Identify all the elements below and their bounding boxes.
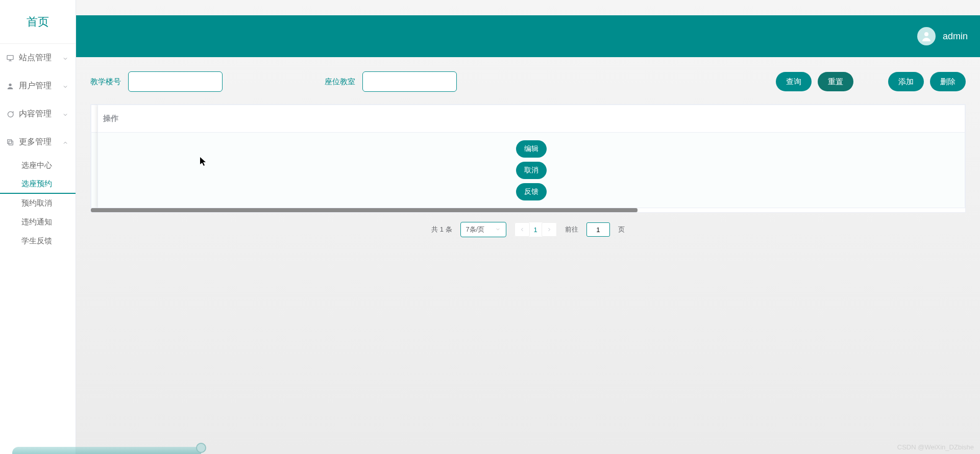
sidebar: 首页 站点管理 用户管理 [0, 0, 76, 454]
chevron-down-icon [62, 111, 69, 118]
horizontal-scrollbar[interactable] [91, 208, 965, 212]
filter-room: 座位教室 [325, 71, 457, 92]
user-name[interactable]: admin [943, 31, 968, 42]
menu-content[interactable]: 内容管理 [0, 100, 76, 128]
menu-label: 用户管理 [19, 81, 52, 91]
menu-more[interactable]: 更多管理 [0, 128, 76, 156]
chevron-down-icon [495, 226, 501, 234]
sub-feedback[interactable]: 学生反馈 [0, 232, 76, 250]
prev-page-button[interactable] [514, 222, 530, 237]
search-button[interactable]: 查询 [776, 72, 812, 91]
reset-button[interactable]: 重置 [818, 72, 853, 91]
menu-user[interactable]: 用户管理 [0, 72, 76, 100]
room-input[interactable] [362, 71, 457, 92]
sidebar-home[interactable]: 首页 [0, 0, 76, 44]
svg-rect-0 [7, 55, 13, 59]
filter-row: 教学楼号 座位教室 查询 重置 添加 删除 [90, 71, 966, 92]
fixed-ops-column: 操作 编辑 取消 反馈 [97, 105, 965, 208]
pager-total: 共 1 条 [431, 225, 452, 234]
content: 教学楼号 座位教室 查询 重置 添加 删除 [76, 57, 980, 454]
filter-building: 教学楼号 [90, 71, 223, 92]
copy-icon [6, 138, 14, 146]
sub-book-cancel[interactable]: 预约取消 [0, 194, 76, 213]
watermark: CSDN @WeiXin_DZbishe [897, 443, 974, 451]
bottom-bar [12, 447, 201, 454]
main: admin 教学楼号 座位教室 查询 重置 添加 删除 [76, 0, 980, 454]
topbar: admin [76, 15, 980, 57]
menu-label: 内容管理 [19, 109, 52, 119]
sub-violation[interactable]: 违约通知 [0, 213, 76, 232]
jump-prefix: 前往 [565, 225, 578, 234]
next-page-button[interactable] [542, 222, 557, 237]
page-size-select[interactable]: 7条/页 [460, 222, 506, 237]
user-icon [6, 82, 14, 90]
jump-page-input[interactable] [586, 222, 610, 237]
sub-seat-book[interactable]: 选座预约 [0, 175, 76, 194]
avatar[interactable] [917, 27, 936, 45]
col-ops: 操作 [98, 105, 965, 133]
page-size-label: 7条/页 [466, 225, 485, 234]
feedback-button[interactable]: 反馈 [516, 183, 547, 200]
delete-button[interactable]: 删除 [930, 72, 966, 91]
comment-icon [6, 110, 14, 118]
menu-label: 更多管理 [19, 137, 52, 147]
scrollbar-thumb[interactable] [91, 208, 638, 212]
add-button[interactable]: 添加 [888, 72, 924, 91]
building-label: 教学楼号 [90, 77, 121, 87]
chevron-up-icon [62, 139, 69, 146]
svg-point-3 [9, 83, 11, 86]
room-label: 座位教室 [325, 77, 355, 87]
svg-rect-5 [8, 139, 12, 143]
edit-button[interactable]: 编辑 [516, 140, 547, 158]
menu-site[interactable]: 站点管理 [0, 44, 76, 72]
submenu-more: 选座中心 选座预约 预约取消 违约通知 学生反馈 [0, 156, 76, 250]
chevron-down-icon [62, 55, 69, 62]
desktop-icon [6, 54, 14, 62]
pagination: 共 1 条 7条/页 1 前往 [90, 222, 966, 237]
sub-seat-center[interactable]: 选座中心 [0, 156, 76, 175]
table: 教学楼号 座位教室 预约时段 座位数量 已约人数 空余座位 预约用户 [90, 104, 966, 213]
filter-buttons: 查询 重置 添加 删除 [776, 72, 966, 91]
menu-label: 站点管理 [19, 53, 52, 63]
building-input[interactable] [128, 71, 223, 92]
chevron-down-icon [62, 83, 69, 90]
page-number[interactable]: 1 [530, 226, 542, 234]
svg-rect-4 [9, 141, 13, 145]
cancel-button[interactable]: 取消 [516, 162, 547, 179]
jump-suffix: 页 [618, 225, 625, 234]
svg-point-6 [924, 32, 928, 36]
